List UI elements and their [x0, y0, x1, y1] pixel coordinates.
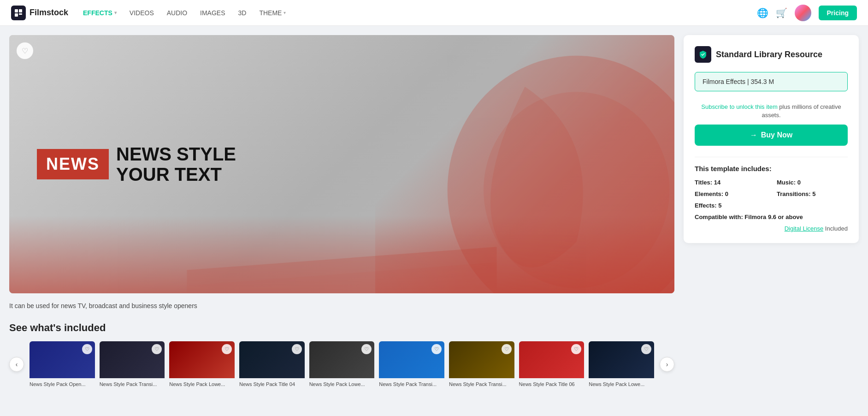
thumb-label-3: News Style Pack Title 04 [239, 381, 305, 387]
svg-rect-3 [19, 13, 22, 15]
thumbnail-item-5[interactable]: ♡News Style Pack Transi... [379, 341, 444, 387]
nav-theme[interactable]: THEME ▾ [259, 9, 286, 17]
thumbnail-item-1[interactable]: ♡News Style Pack Transi... [100, 341, 165, 387]
nav-effects[interactable]: EFFECTS ▾ [83, 9, 117, 17]
thumb-heart-icon-5[interactable]: ♡ [431, 344, 442, 354]
thumb-heart-icon-7[interactable]: ♡ [571, 344, 581, 354]
cart-icon[interactable]: 🛒 [776, 7, 787, 18]
video-preview: NEWS NEWS STYLE YOUR TEXT [9, 35, 674, 293]
nav-images[interactable]: IMAGES [200, 9, 225, 17]
transitions-info: Transitions: 5 [777, 190, 848, 197]
subscribe-text: Subscribe to unlock this item plus milli… [701, 103, 841, 119]
logo-area[interactable]: Filmstock [11, 6, 68, 20]
prev-thumbnail-button[interactable]: ‹ [9, 357, 24, 372]
avatar[interactable] [795, 5, 811, 21]
favorite-button[interactable]: ♡ [17, 42, 33, 59]
info-grid: Titles: 14 Music: 0 Elements: 0 Transiti… [695, 179, 848, 209]
thumb-heart-icon-4[interactable]: ♡ [361, 344, 372, 354]
subscribe-area: Subscribe to unlock this item plus milli… [695, 102, 848, 119]
thumb-heart-icon-8[interactable]: ♡ [641, 344, 651, 354]
video-description: It can be used for news TV, broadcast an… [9, 301, 674, 311]
elements-info: Elements: 0 [695, 190, 766, 197]
thumb-heart-icon-6[interactable]: ♡ [502, 344, 512, 354]
thumb-heart-icon-2[interactable]: ♡ [222, 344, 232, 354]
logo-text: Filmstock [30, 8, 68, 18]
svg-rect-1 [19, 9, 22, 12]
thumb-heart-icon-1[interactable]: ♡ [152, 344, 162, 354]
thumb-label-1: News Style Pack Transi... [100, 381, 165, 387]
digital-license-link[interactable]: Digital License [785, 225, 824, 232]
logo-icon [11, 6, 26, 20]
compat-row: Compatible with: Filmora 9.6 or above [695, 214, 848, 220]
template-info-title: This template includes: [695, 165, 848, 172]
red-bars-decoration [9, 216, 674, 293]
effects-info: Effects: 5 [695, 202, 766, 209]
buy-button-label: Buy Now [761, 131, 792, 139]
resource-title: Standard Library Resource [716, 50, 822, 59]
next-thumbnail-button[interactable]: › [660, 357, 674, 372]
news-badge: NEWS [37, 149, 109, 179]
included-section-title: See what's included [9, 322, 674, 334]
thumb-label-6: News Style Pack Transi... [449, 381, 514, 387]
thumb-heart-icon-0[interactable]: ♡ [82, 344, 92, 354]
news-graphic: NEWS NEWS STYLE YOUR TEXT [37, 144, 236, 184]
right-panel: Standard Library Resource Filmora Effect… [684, 35, 859, 387]
chevron-down-icon: ▾ [114, 10, 117, 15]
music-info: Music: 0 [777, 179, 848, 186]
buy-now-button[interactable]: → Buy Now [695, 125, 848, 146]
thumb-label-7: News Style Pack Title 06 [519, 381, 585, 387]
resource-header: Standard Library Resource [695, 46, 848, 63]
thumb-heart-icon-3[interactable]: ♡ [292, 344, 302, 354]
video-background: NEWS NEWS STYLE YOUR TEXT [9, 35, 674, 293]
nav-videos[interactable]: VIDEOS [130, 9, 154, 17]
left-panel: NEWS NEWS STYLE YOUR TEXT [9, 35, 674, 387]
resource-card: Standard Library Resource Filmora Effect… [684, 35, 859, 243]
filmora-tag: Filmora Effects | 354.3 M [695, 72, 848, 91]
thumb-label-0: News Style Pack Open... [30, 381, 95, 387]
license-row: Digital License Included [695, 225, 848, 232]
thumb-label-8: News Style Pack Lowe... [589, 381, 654, 387]
thumbnail-item-8[interactable]: ♡News Style Pack Lowe... [589, 341, 654, 387]
svg-rect-0 [15, 9, 18, 12]
thumbnail-item-7[interactable]: ♡News Style Pack Title 06 [519, 341, 585, 387]
main-nav: EFFECTS ▾ VIDEOS AUDIO IMAGES 3D THEME ▾ [83, 9, 757, 17]
thumb-label-5: News Style Pack Transi... [379, 381, 444, 387]
thumbnail-item-6[interactable]: ♡News Style Pack Transi... [449, 341, 514, 387]
subscribe-link[interactable]: Subscribe to unlock this item [701, 103, 777, 110]
nav-3d[interactable]: 3D [238, 9, 247, 17]
svg-rect-2 [15, 13, 18, 17]
thumbnail-item-4[interactable]: ♡News Style Pack Lowe... [309, 341, 375, 387]
thumb-label-2: News Style Pack Lowe... [169, 381, 235, 387]
main-content: NEWS NEWS STYLE YOUR TEXT [0, 26, 868, 397]
shield-icon [695, 46, 711, 63]
globe-icon[interactable]: 🌐 [757, 7, 768, 18]
thumbnails-row: ‹ ♡News Style Pack Open...♡News Style Pa… [9, 341, 674, 387]
buy-arrow-icon: → [750, 131, 757, 139]
header-actions: 🌐 🛒 Pricing [757, 5, 857, 21]
titles-info: Titles: 14 [695, 179, 766, 186]
thumbnail-item-2[interactable]: ♡News Style Pack Lowe... [169, 341, 235, 387]
chevron-down-icon-theme: ▾ [283, 10, 286, 15]
news-title-text: NEWS STYLE YOUR TEXT [116, 144, 236, 184]
header: Filmstock EFFECTS ▾ VIDEOS AUDIO IMAGES … [0, 0, 868, 26]
thumb-label-4: News Style Pack Lowe... [309, 381, 375, 387]
thumbnail-item-0[interactable]: ♡News Style Pack Open... [30, 341, 95, 387]
template-info: This template includes: Titles: 14 Music… [695, 157, 848, 232]
nav-audio[interactable]: AUDIO [167, 9, 187, 17]
thumbnail-item-3[interactable]: ♡News Style Pack Title 04 [239, 341, 305, 387]
pricing-button[interactable]: Pricing [819, 6, 857, 20]
thumbnails-list: ♡News Style Pack Open...♡News Style Pack… [30, 341, 654, 387]
